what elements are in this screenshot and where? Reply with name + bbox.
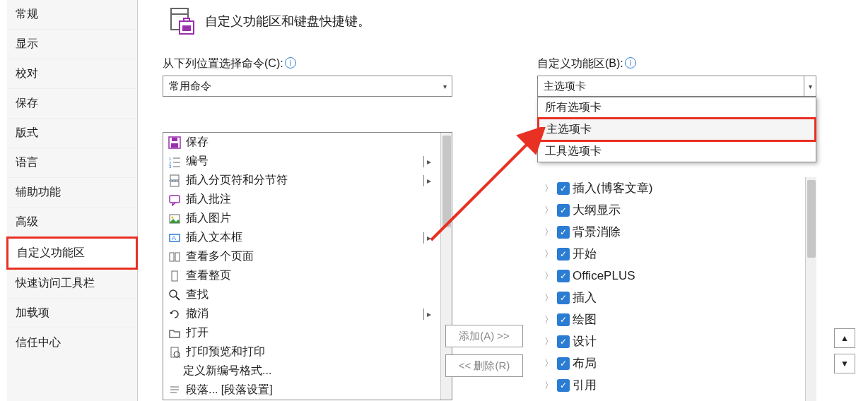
chevron-right-icon[interactable]: 〉 — [544, 292, 554, 304]
numbering-icon: 123 — [168, 155, 182, 169]
checkbox-checked-icon[interactable]: ✓ — [557, 335, 570, 348]
customize-ribbon-select[interactable]: 主选项卡 — [537, 76, 816, 97]
sidebar-item-save[interactable]: 保存 — [7, 89, 137, 119]
chevron-right-icon[interactable]: 〉 — [544, 182, 554, 195]
svg-text:A: A — [172, 234, 176, 241]
info-icon[interactable]: i — [285, 57, 296, 68]
cmd-item-page-break[interactable]: 插入分页符和分节符 ▸ — [163, 171, 440, 190]
open-icon — [168, 326, 182, 340]
cmd-item-onepage[interactable]: 查看整页 — [163, 266, 440, 285]
tree-item-officeplus[interactable]: 〉 ✓ OfficePLUS — [537, 265, 805, 287]
tree-item-references[interactable]: 〉 ✓ 引用 — [537, 374, 805, 396]
sidebar-item-layout[interactable]: 版式 — [7, 119, 137, 148]
cmd-item-picture[interactable]: 插入图片 — [163, 209, 440, 228]
svg-rect-14 — [170, 175, 179, 180]
chevron-right-icon[interactable]: 〉 — [544, 357, 554, 370]
checkbox-checked-icon[interactable]: ✓ — [557, 204, 570, 217]
tree-item-background-remove[interactable]: 〉 ✓ 背景消除 — [537, 221, 805, 243]
cmd-item-comment[interactable]: 插入批注 — [163, 190, 440, 209]
choose-commands-select[interactable]: 常用命令 — [163, 76, 452, 97]
page-title: 自定义功能区和键盘快捷键。 — [205, 13, 370, 30]
cmd-item-find[interactable]: 查找 — [163, 285, 440, 304]
expand-icon[interactable]: ▸ — [423, 309, 436, 320]
svg-rect-6 — [171, 143, 178, 148]
sidebar-item-addins[interactable]: 加载项 — [7, 299, 137, 328]
svg-point-19 — [172, 216, 174, 218]
checkbox-checked-icon[interactable]: ✓ — [557, 292, 570, 304]
ribbon-tree[interactable]: 〉 ✓ 插入(博客文章) 〉 ✓ 大纲显示 〉 ✓ 背景消除 〉 ✓ 开始 〉 — [537, 177, 816, 401]
dropdown-item-tool-tabs[interactable]: 工具选项卡 — [538, 141, 816, 162]
chevron-right-icon[interactable]: 〉 — [544, 248, 554, 261]
checkbox-checked-icon[interactable]: ✓ — [557, 357, 570, 370]
tree-item-insert-blog[interactable]: 〉 ✓ 插入(博客文章) — [537, 177, 805, 199]
chevron-right-icon[interactable]: 〉 — [544, 313, 554, 326]
info-icon[interactable]: i — [625, 57, 636, 68]
cmd-item-textbox[interactable]: A 插入文本框 ▸ — [163, 228, 440, 247]
tree-item-draw[interactable]: 〉 ✓ 绘图 — [537, 309, 805, 330]
sidebar-item-accessibility[interactable]: 辅助功能 — [7, 178, 137, 208]
remove-button[interactable]: << 删除(R) — [445, 354, 523, 377]
sidebar-item-language[interactable]: 语言 — [7, 148, 137, 178]
print-preview-icon — [168, 345, 182, 359]
sidebar-item-advanced[interactable]: 高级 — [7, 208, 137, 237]
chevron-right-icon[interactable]: 〉 — [544, 335, 554, 348]
svg-rect-24 — [172, 271, 177, 281]
chevron-right-icon[interactable]: 〉 — [544, 226, 554, 239]
find-icon — [168, 288, 182, 302]
svg-line-29 — [179, 357, 180, 358]
sidebar-item-customize-ribbon[interactable]: 自定义功能区 — [6, 237, 138, 270]
checkbox-checked-icon[interactable]: ✓ — [557, 313, 570, 326]
sidebar-item-general[interactable]: 常规 — [7, 0, 137, 30]
cmd-item-numbering[interactable]: 123 编号 ▸ — [163, 152, 440, 171]
tree-item-insert[interactable]: 〉 ✓ 插入 — [537, 287, 805, 309]
cmd-item-define-numbering[interactable]: 定义新编号格式... — [163, 361, 440, 381]
checkbox-checked-icon[interactable]: ✓ — [557, 226, 570, 239]
sidebar-item-trust-center[interactable]: 信任中心 — [7, 328, 137, 357]
cmd-item-save[interactable]: 保存 — [163, 133, 440, 152]
cmd-item-open[interactable]: 打开 — [163, 323, 440, 342]
chevron-down-icon[interactable]: ▾ — [804, 76, 816, 97]
tree-item-design[interactable]: 〉 ✓ 设计 — [537, 330, 805, 352]
checkbox-checked-icon[interactable]: ✓ — [557, 379, 570, 392]
svg-rect-7 — [172, 138, 177, 141]
sidebar-item-quick-access[interactable]: 快速访问工具栏 — [7, 269, 137, 299]
svg-point-25 — [170, 290, 177, 297]
chevron-right-icon[interactable]: 〉 — [544, 204, 554, 217]
tree-item-home[interactable]: 〉 ✓ 开始 — [537, 243, 805, 265]
svg-rect-22 — [170, 253, 174, 261]
dropdown-item-main-tabs[interactable]: 主选项卡 — [537, 117, 816, 142]
checkbox-checked-icon[interactable]: ✓ — [557, 182, 570, 195]
main-panel: 自定义功能区和键盘快捷键。 — [163, 0, 868, 49]
add-button[interactable]: 添加(A) >> — [445, 325, 523, 347]
expand-icon[interactable]: ▸ — [423, 156, 436, 167]
save-icon — [168, 136, 182, 150]
move-up-button[interactable]: ▲ — [834, 328, 855, 348]
checkbox-checked-icon[interactable]: ✓ — [557, 270, 570, 282]
commands-listbox[interactable]: 保存 123 编号 ▸ 插入分页符和分节符 ▸ 插入批注 插入图片 A — [163, 132, 452, 400]
move-down-button[interactable]: ▼ — [834, 354, 855, 373]
expand-icon[interactable]: ▸ — [423, 232, 436, 244]
picture-icon — [168, 212, 182, 226]
customize-ribbon-icon — [168, 7, 197, 35]
svg-rect-23 — [175, 253, 180, 261]
sidebar-item-proofing[interactable]: 校对 — [7, 59, 137, 89]
cmd-item-paragraph[interactable]: 段落... [段落设置] — [163, 381, 440, 400]
svg-rect-17 — [170, 196, 180, 203]
checkbox-checked-icon[interactable]: ✓ — [557, 248, 570, 261]
tree-item-outline[interactable]: 〉 ✓ 大纲显示 — [537, 199, 805, 221]
scrollbar[interactable] — [805, 177, 816, 401]
expand-icon[interactable]: ▸ — [423, 175, 436, 186]
cmd-item-undo[interactable]: 撤消 ▸ — [163, 304, 440, 323]
cmd-item-multipage[interactable]: 查看多个页面 — [163, 247, 440, 266]
chevron-right-icon[interactable]: 〉 — [544, 379, 554, 392]
svg-rect-3 — [184, 18, 189, 21]
svg-rect-4 — [182, 25, 191, 31]
ribbon-select-dropdown: 所有选项卡 主选项卡 工具选项卡 — [537, 97, 816, 162]
sidebar-item-display[interactable]: 显示 — [7, 30, 137, 59]
cmd-item-print-preview[interactable]: 打印预览和打印 — [163, 342, 440, 361]
paragraph-icon — [168, 383, 182, 397]
chevron-right-icon[interactable]: 〉 — [544, 270, 554, 282]
tree-item-layout[interactable]: 〉 ✓ 布局 — [537, 352, 805, 374]
dropdown-item-all-tabs[interactable]: 所有选项卡 — [538, 97, 816, 118]
textbox-icon: A — [168, 231, 182, 245]
